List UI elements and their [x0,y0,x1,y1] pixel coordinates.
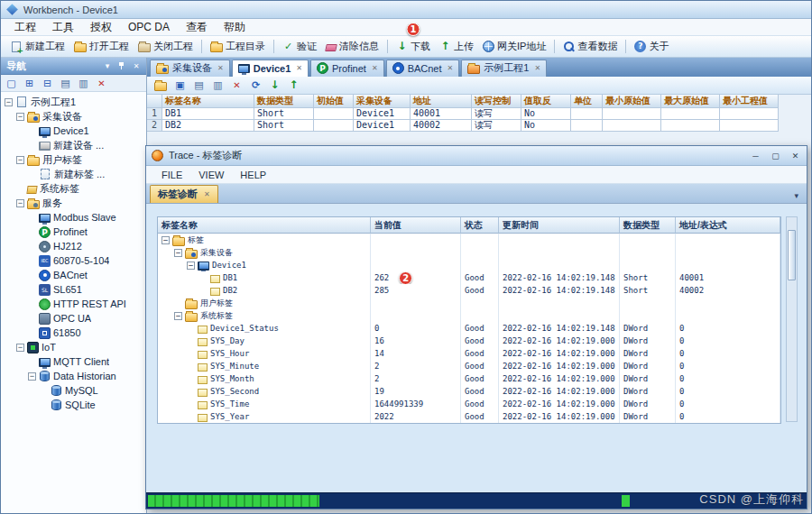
copy-button[interactable] [60,78,71,89]
sidebar-item-bacnet[interactable]: BACnet [1,268,146,282]
sidebar-item-iot[interactable]: IoT [1,340,146,354]
tree-expander[interactable] [28,372,36,381]
close-tab-icon[interactable] [204,190,210,198]
vertical-scrollbar[interactable] [786,216,798,422]
tree-expander[interactable] [16,113,24,121]
trace-row-sys-month[interactable]: SYS_Month2Good2022-02-16 14:02:19.000DWo… [158,372,780,385]
save-button[interactable] [174,79,186,91]
sidebar-item-1[interactable]: 示例工程1 [1,95,146,109]
tab-tag-diagnostics[interactable]: 标签诊断 [150,185,218,203]
trace-row-item-6[interactable]: 系统标签 [158,309,780,322]
scrollbar-thumb[interactable] [788,230,796,280]
arrow-up-button[interactable] [288,79,300,91]
tree-expander[interactable] [16,199,24,207]
sidebar-item-item-6[interactable]: 系统标签 [1,181,146,196]
trace-row-item-5[interactable]: 用户标签 [158,297,780,309]
menu-item-opc-da[interactable]: OPC DA [120,19,178,36]
tab-bacnet[interactable]: BACnet [386,60,460,77]
new-item-button[interactable] [5,78,17,89]
pin-icon[interactable] [118,61,125,71]
clear-info-button[interactable]: 清除信息 [322,38,383,55]
trace-row-item-1[interactable]: 采集设备 [158,246,780,259]
close-tab-icon[interactable] [372,64,378,72]
tab-profinet[interactable]: Profinet [310,60,384,77]
sidebar-item-60870-5-104[interactable]: 60870-5-104 [1,253,146,268]
close-icon[interactable] [789,151,801,161]
chevron-down-icon[interactable] [789,191,803,203]
open-project-button[interactable]: 打开工程 [70,38,133,55]
maximize-icon[interactable] [770,151,781,161]
view-data-button[interactable]: 查看数据 [559,38,621,55]
trace-row-sys-hour[interactable]: SYS_Hour14Good2022-02-16 14:02:19.000DWo… [158,347,780,360]
trace-row-device1-status[interactable]: Device1_Status0Good2022-02-16 14:02:19.1… [158,322,780,335]
delete-button[interactable] [231,79,243,91]
validate-button[interactable]: 验证 [279,38,320,55]
close-tab-icon[interactable] [448,64,454,72]
trace-title-bar[interactable]: Trace - 标签诊断 [146,146,807,166]
tab-device1[interactable]: Device1 [232,60,309,77]
trace-menu-help[interactable]: HELP [232,170,274,180]
trace-row-sys-day[interactable]: SYS_Day16Good2022-02-16 14:02:19.000DWor… [158,335,780,347]
menu-item-item-2[interactable]: 授权 [82,19,120,36]
menu-item-item-1[interactable]: 工具 [44,19,82,36]
trace-row-sys-year[interactable]: SYS_Year2022Good2022-02-16 14:02:19.000D… [158,410,780,423]
sidebar-item-sl651[interactable]: SL651 [1,282,146,297]
trace-row-sys-minute[interactable]: SYS_Minute2Good2022-02-16 14:02:19.000DW… [158,360,780,372]
sidebar-item-61850[interactable]: 61850 [1,326,146,340]
gateway-ip-button[interactable]: 网关IP地址 [479,38,549,55]
trace-row-db1[interactable]: DB12622Good2022-02-16 14:02:19.148Short4… [158,271,780,284]
trace-menu-file[interactable]: FILE [153,170,190,180]
folder-button[interactable] [154,79,167,91]
menu-item-item-0[interactable]: 工程 [6,19,44,36]
project-directory-button[interactable]: 工程目录 [207,38,269,55]
upload-button[interactable]: 上传 [436,38,477,55]
download-button[interactable]: 下载1 [392,38,434,55]
tree-expander[interactable] [174,312,182,320]
sidebar-item-mysql[interactable]: MySQL [1,383,146,398]
tab-item-0[interactable]: 采集设备 [150,60,230,77]
trace-row-device1[interactable]: Device1 [158,259,780,271]
trace-row-db2[interactable]: DB2285Good2022-02-16 14:02:19.148Short40… [158,284,780,297]
minimize-icon[interactable] [750,151,761,161]
paste-button[interactable] [212,79,224,91]
menu-item-item-5[interactable]: 帮助 [216,19,254,36]
new-project-button[interactable]: 新建工程 [6,38,69,55]
about-button[interactable]: 关于 [631,38,672,55]
table-row-db1[interactable]: 1DB1ShortDevice140001读写No [147,108,811,120]
trace-row-item-0[interactable]: 标签 [158,234,780,246]
copy-button[interactable] [193,79,205,91]
close-tab-icon[interactable] [534,64,540,72]
sidebar-item-device1[interactable]: Device1 [1,124,146,138]
menu-item-item-4[interactable]: 查看 [178,19,216,36]
chevron-down-icon[interactable] [103,61,112,70]
tree-expander[interactable] [16,344,24,352]
delete-button[interactable] [96,78,107,89]
sidebar-item-http-rest-api[interactable]: HTTP REST API [1,297,146,311]
sidebar-item-opc-ua[interactable]: OPC UA [1,311,146,326]
sidebar-item-item-7[interactable]: 服务 [1,196,146,210]
paste-button[interactable] [78,78,89,89]
sidebar-item-hj212[interactable]: HJ212 [1,239,146,253]
arrow-down-button[interactable] [269,79,281,91]
table-row-db2[interactable]: 2DB2ShortDevice140002读写No [147,120,811,132]
tree-expander[interactable] [5,98,13,106]
sidebar-item-modbus-slave[interactable]: Modbus Slave [1,210,146,225]
sidebar-item-item-3[interactable]: 新建设备 ... [1,138,146,152]
tree-expander[interactable] [187,262,195,270]
close-project-button[interactable]: 关闭工程 [134,38,197,55]
sidebar-item-item-1[interactable]: 采集设备 [1,109,146,124]
tab-1[interactable]: 示例工程1 [461,60,547,77]
trace-menu-view[interactable]: VIEW [190,170,232,180]
sidebar-item-mqtt-client[interactable]: MQTT Client [1,354,146,369]
new-folder-button[interactable] [23,78,35,89]
expand-tree-button[interactable] [42,78,53,89]
tree-expander[interactable] [161,236,170,244]
sidebar-item-item-5[interactable]: 新建标签 ... [1,167,146,181]
trace-row-sys-time[interactable]: SYS_Time1644991339Good2022-02-16 14:02:1… [158,398,780,410]
refresh-button[interactable] [250,79,262,91]
tree-expander[interactable] [16,156,24,164]
sidebar-item-item-4[interactable]: 用户标签 [1,152,146,167]
trace-row-sys-second[interactable]: SYS_Second19Good2022-02-16 14:02:19.000D… [158,385,780,398]
close-tab-icon[interactable] [296,64,302,72]
close-tab-icon[interactable] [217,64,224,72]
